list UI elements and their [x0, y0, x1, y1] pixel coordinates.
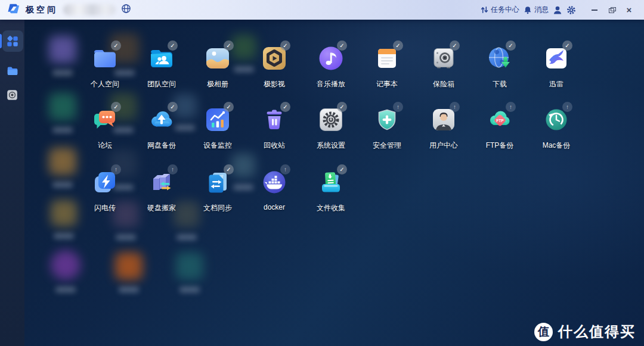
app-recycle-bin[interactable]: ✓ 回收站 [247, 106, 301, 151]
notepad-icon: ✓ [373, 45, 401, 72]
device-monitor-icon: ✓ [204, 106, 231, 133]
app-ftp-backup[interactable]: FTP ↑ FTP备份 [473, 106, 527, 151]
app-label: 安全管理 [360, 141, 414, 151]
app-download[interactable]: ✓ 下载 [473, 45, 527, 89]
update-badge-icon: ↑ [111, 164, 121, 174]
app-label: FTP备份 [473, 141, 527, 151]
svg-text:FTP: FTP [496, 119, 504, 123]
app-doc-sync[interactable]: ✓ 文档同步 [191, 169, 244, 213]
gear-icon [566, 5, 576, 15]
app-label: 用户中心 [417, 141, 470, 151]
movies-icon: ✓ [261, 45, 288, 72]
app-safe-box[interactable]: ✓ 保险箱 [417, 45, 470, 89]
app-label: 音乐播放 [304, 79, 358, 89]
app-xunlei[interactable]: ✓ 迅雷 [530, 45, 583, 89]
app-personal-space[interactable]: ✓ 个人空间 [78, 45, 132, 89]
user-account-button[interactable] [553, 5, 562, 15]
smzdm-watermark: 值 什么值得买 [534, 322, 636, 341]
app-label: 系统设置 [304, 141, 358, 151]
sidebar [0, 20, 24, 346]
app-label: 迅雷 [530, 79, 583, 89]
xunlei-bird-icon: ✓ [543, 45, 570, 72]
app-flash-transfer[interactable]: ↑ 闪电传 [78, 169, 132, 213]
installed-badge-icon: ✓ [280, 102, 290, 112]
disk-migration-icon: ↑ [148, 169, 175, 196]
app-file-collect[interactable]: ✓ 文件收集 [304, 169, 358, 213]
person-icon [553, 5, 562, 15]
app-label: 下载 [473, 79, 527, 89]
app-docker[interactable]: ↑ docker [247, 169, 301, 211]
doc-sync-icon: ✓ [204, 169, 231, 196]
app-device-monitor[interactable]: ✓ 设备监控 [191, 106, 244, 151]
app-label: 文件收集 [304, 203, 358, 213]
app-team-space[interactable]: ✓ 团队空间 [135, 45, 188, 89]
update-badge-icon: ↑ [506, 102, 516, 112]
app-system-settings[interactable]: ✓ 系统设置 [304, 106, 358, 151]
smzdm-watermark-text: 什么值得买 [558, 322, 636, 341]
bell-icon [524, 6, 532, 14]
installed-badge-icon: ✓ [337, 40, 347, 51]
globe-icon[interactable] [121, 4, 131, 16]
app-notepad[interactable]: ✓ 记事本 [360, 45, 414, 89]
folder-icon [6, 64, 19, 77]
music-player-icon: ✓ [317, 45, 345, 72]
photo-album-icon: ✓ [204, 45, 231, 72]
installed-badge-icon: ✓ [224, 164, 234, 174]
settings-button[interactable] [566, 5, 576, 15]
app-mac-backup[interactable]: ↑ Mac备份 [530, 106, 583, 151]
app-security[interactable]: ↑ 安全管理 [360, 106, 414, 151]
minimize-button[interactable] [588, 4, 601, 16]
app-grid: ✓ 个人空间 ✓ 团队空间 [24, 20, 644, 346]
mac-backup-icon: ↑ [543, 106, 570, 133]
ftp-backup-icon: FTP ↑ [486, 106, 513, 133]
sidebar-item-backup-disc[interactable] [0, 83, 24, 107]
installed-badge-icon: ✓ [393, 40, 403, 51]
app-title: 极空间 [26, 5, 58, 15]
messages-button[interactable]: 消息 [524, 5, 549, 15]
installed-badge-icon: ✓ [280, 40, 290, 51]
app-cloud-backup[interactable]: ✓ 网盘备份 [135, 106, 188, 151]
installed-badge-icon: ✓ [111, 40, 121, 51]
app-photo-album[interactable]: ✓ 极相册 [191, 45, 244, 89]
installed-badge-icon: ✓ [111, 102, 121, 112]
app-label: 团队空间 [135, 79, 188, 89]
app-label: 极影视 [247, 79, 301, 89]
sidebar-item-apps[interactable] [0, 29, 24, 53]
app-label: 论坛 [78, 141, 132, 151]
installed-badge-icon: ✓ [168, 40, 178, 51]
installed-badge-icon: ✓ [562, 40, 572, 51]
personal-space-icon: ✓ [91, 45, 119, 72]
task-center-label: 任务中心 [491, 5, 519, 15]
update-badge-icon: ↑ [168, 164, 178, 174]
app-label: 闪电传 [78, 203, 132, 213]
app-label: 网盘备份 [135, 141, 188, 151]
security-shield-icon: ↑ [373, 106, 401, 133]
system-settings-icon: ✓ [317, 106, 345, 133]
app-label: 个人空间 [78, 79, 132, 89]
app-user-center[interactable]: ↑ 用户中心 [417, 106, 470, 151]
sidebar-item-files[interactable] [0, 59, 24, 83]
app-label: 保险箱 [417, 79, 470, 89]
update-badge-icon: ↑ [562, 102, 572, 112]
file-collect-icon: ✓ [317, 169, 345, 196]
app-disk-migration[interactable]: ↑ 硬盘搬家 [135, 169, 188, 213]
app-movies[interactable]: ✓ 极影视 [247, 45, 301, 89]
installed-badge-icon: ✓ [224, 40, 234, 51]
task-center-button[interactable]: 任务中心 [481, 5, 519, 15]
app-label: docker [247, 203, 301, 211]
close-button[interactable]: × [623, 4, 636, 16]
app-label: Mac备份 [530, 141, 583, 151]
app-music-player[interactable]: ✓ 音乐播放 [304, 45, 358, 89]
cloud-backup-icon: ✓ [148, 106, 175, 133]
installed-badge-icon: ✓ [224, 102, 234, 112]
restore-icon [609, 7, 615, 13]
installed-badge-icon: ✓ [168, 102, 178, 112]
app-label: 硬盘搬家 [135, 203, 188, 213]
forum-icon: ✓ [91, 106, 119, 133]
restore-button[interactable] [605, 4, 618, 16]
app-label: 极相册 [191, 79, 244, 89]
app-forum[interactable]: ✓ 论坛 [78, 106, 132, 151]
flash-transfer-icon: ↑ [91, 169, 119, 196]
username-blurred[interactable] [63, 4, 116, 15]
messages-label: 消息 [534, 5, 549, 15]
